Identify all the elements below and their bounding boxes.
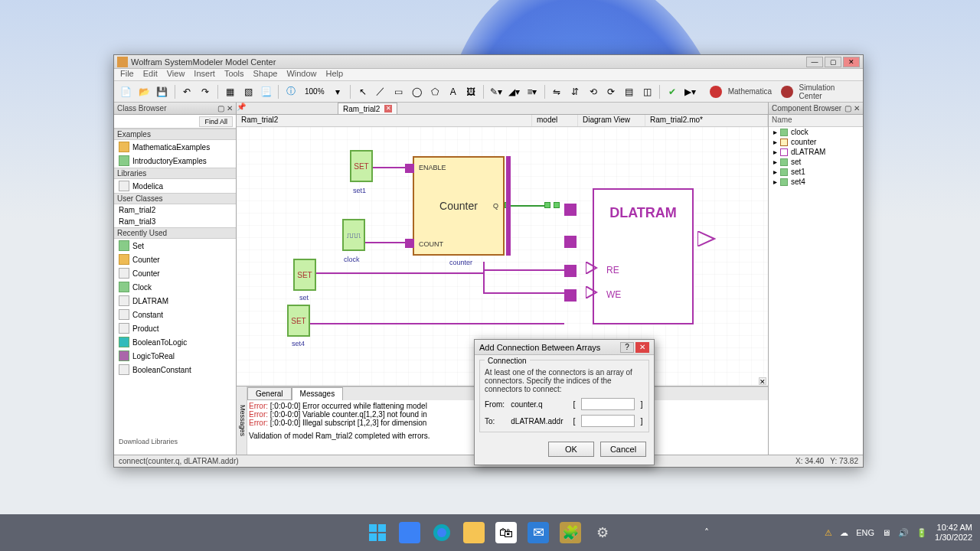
port-we[interactable] <box>564 289 577 302</box>
class-ramtrial2[interactable]: Ram_trial2 <box>114 204 236 216</box>
recent-product[interactable]: Product <box>114 321 236 335</box>
menu-help[interactable]: Help <box>326 69 344 80</box>
comp-counter[interactable]: ▸counter <box>769 137 863 147</box>
explorer-icon[interactable] <box>463 522 485 543</box>
dialog-close-icon[interactable]: ✕ <box>635 342 649 353</box>
zoom-dd-icon[interactable]: ▾ <box>331 84 346 99</box>
store-icon[interactable]: 🛍 <box>495 522 517 543</box>
to-index-input[interactable] <box>581 415 635 427</box>
pin-icon[interactable]: 📌 <box>237 103 246 114</box>
recent-booleantologic[interactable]: BooleanToLogic <box>114 335 236 349</box>
menu-tools[interactable]: Tools <box>224 69 244 80</box>
flip-h-icon[interactable]: ⇋ <box>550 84 565 99</box>
view2-icon[interactable]: ▧ <box>240 84 256 99</box>
open-icon[interactable]: 📂 <box>137 84 152 99</box>
doc-icon[interactable]: 📃 <box>259 84 274 99</box>
new-icon[interactable]: 📄 <box>119 84 134 99</box>
validate-icon[interactable]: ✔ <box>665 84 680 99</box>
tab-messages[interactable]: Messages <box>292 387 344 400</box>
maximize-button[interactable]: ▢ <box>825 57 841 67</box>
block-dlatram[interactable]: DLATRAM RE WE <box>593 188 694 324</box>
text-icon[interactable]: A <box>446 84 461 99</box>
minimize-button[interactable]: — <box>806 57 823 67</box>
simcenter-icon[interactable] <box>781 86 793 98</box>
ellipse-icon[interactable]: ◯ <box>410 84 425 99</box>
comp-set1[interactable]: ▸set1 <box>769 167 863 177</box>
block-set[interactable]: SET <box>293 259 316 291</box>
port-re[interactable] <box>564 265 577 277</box>
group-icon[interactable]: ◫ <box>639 84 655 99</box>
comp-set[interactable]: ▸set <box>769 157 863 167</box>
menu-shape[interactable]: Shape <box>253 69 278 80</box>
redo-icon[interactable]: ↷ <box>198 84 213 99</box>
class-mathematicaexamples[interactable]: MathematicaExamples <box>114 140 236 154</box>
language-indicator[interactable]: ENG <box>856 528 874 537</box>
recent-logictoreal[interactable]: LogicToReal <box>114 349 236 363</box>
simcenter-link[interactable]: Simulation Center <box>799 83 859 100</box>
section-libraries[interactable]: Libraries <box>114 168 236 179</box>
battery-icon[interactable]: 🔋 <box>916 528 927 538</box>
ok-button[interactable]: OK <box>548 442 594 457</box>
zoom-level[interactable]: 100% <box>302 87 328 96</box>
from-index-input[interactable] <box>581 398 635 410</box>
block-clock[interactable]: ⎍⎍⎍ <box>342 219 365 251</box>
port-data[interactable] <box>564 236 577 248</box>
menu-insert[interactable]: Insert <box>194 69 215 80</box>
onedrive-icon[interactable]: ⚠ <box>825 528 832 538</box>
dialog-help-icon[interactable]: ? <box>620 342 634 353</box>
menu-window[interactable]: Window <box>286 69 316 80</box>
line-style-icon[interactable]: ≡▾ <box>524 84 540 99</box>
comp-clock[interactable]: ▸clock <box>769 127 863 137</box>
find-all-button[interactable]: Find All <box>199 116 233 127</box>
tray-overflow-icon[interactable]: ˄ <box>704 527 709 538</box>
line-icon[interactable]: ／ <box>374 84 389 99</box>
fill-color-icon[interactable]: ◢▾ <box>507 84 522 99</box>
taskview-icon[interactable] <box>399 522 420 543</box>
close-button[interactable]: ✕ <box>843 57 860 67</box>
rotate-r-icon[interactable]: ⟳ <box>603 84 619 99</box>
section-recentlyused[interactable]: Recently Used <box>114 227 236 239</box>
menu-file[interactable]: File <box>120 69 134 80</box>
save-icon[interactable]: 💾 <box>155 84 170 99</box>
menu-edit[interactable]: Edit <box>143 69 158 80</box>
mail-icon[interactable]: ✉ <box>528 522 549 543</box>
modeler-icon[interactable]: 🧩 <box>560 522 581 543</box>
recent-set[interactable]: Set <box>114 239 236 253</box>
view1-icon[interactable]: ▦ <box>223 84 238 99</box>
flip-v-icon[interactable]: ⇵ <box>567 84 583 99</box>
run-icon[interactable]: ▶▾ <box>683 84 698 99</box>
mathematica-icon[interactable] <box>710 86 722 98</box>
class-modelica[interactable]: Modelica <box>114 179 236 193</box>
cancel-button[interactable]: Cancel <box>600 442 646 457</box>
rotate-l-icon[interactable]: ⟲ <box>586 84 601 99</box>
info-view[interactable]: Diagram View <box>578 115 645 126</box>
info-icon[interactable]: ⓘ <box>283 84 299 99</box>
settings-icon[interactable]: ⚙ <box>592 522 613 543</box>
messages-close-icon[interactable]: ✕ <box>759 377 766 385</box>
block-set4[interactable]: SET <box>287 305 310 337</box>
port-addr[interactable] <box>564 204 577 216</box>
section-userclasses[interactable]: User Classes <box>114 193 236 204</box>
image-icon[interactable]: 🖼 <box>463 84 479 99</box>
recent-dlatram[interactable]: DLATRAM <box>114 294 236 308</box>
menu-view[interactable]: View <box>167 69 185 80</box>
tab-close-icon[interactable]: ✕ <box>384 105 392 112</box>
start-icon[interactable] <box>367 522 388 543</box>
align-icon[interactable]: ▤ <box>622 84 637 99</box>
pen-color-icon[interactable]: ✎▾ <box>488 84 504 99</box>
comp-dlatram[interactable]: ▸dLATRAM <box>769 147 863 157</box>
class-introductoryexamples[interactable]: IntroductoryExamples <box>114 154 236 168</box>
download-libraries-link[interactable]: Download Libraries <box>119 438 178 445</box>
rect-icon[interactable]: ▭ <box>391 84 407 99</box>
recent-counter2[interactable]: Counter <box>114 266 236 280</box>
clock[interactable]: 10:42 AM 1/30/2022 <box>935 523 972 543</box>
recent-clock[interactable]: Clock <box>114 280 236 294</box>
network-icon[interactable]: 🖥 <box>882 528 890 537</box>
volume-icon[interactable]: 🔊 <box>898 528 909 538</box>
comp-set4[interactable]: ▸set4 <box>769 177 863 187</box>
recent-constant[interactable]: Constant <box>114 308 236 321</box>
section-examples[interactable]: Examples <box>114 129 236 140</box>
tab-general[interactable]: General <box>247 387 292 400</box>
block-counter[interactable]: Counter ENABLE COUNT Q <box>413 156 505 256</box>
tab-ramtrial2[interactable]: Ram_trial2 ✕ <box>338 103 397 114</box>
